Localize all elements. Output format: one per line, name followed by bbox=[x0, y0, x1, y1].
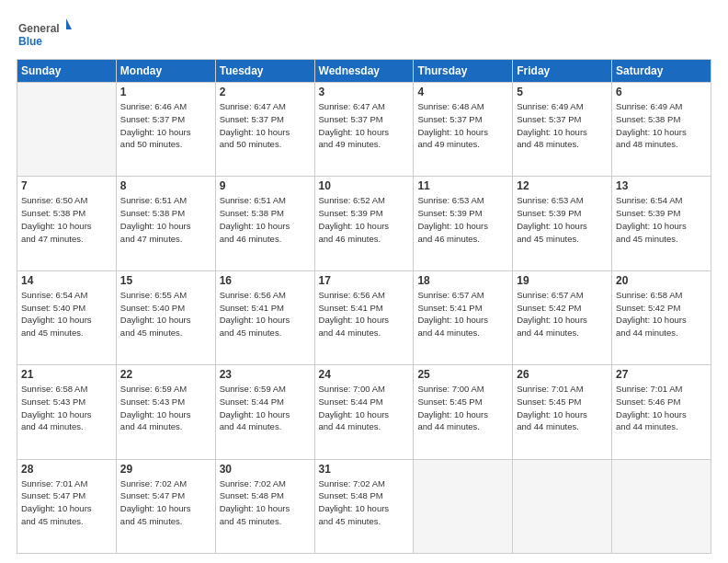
day-info: Sunrise: 6:51 AM Sunset: 5:38 PM Dayligh… bbox=[220, 194, 311, 245]
day-info: Sunrise: 6:51 AM Sunset: 5:38 PM Dayligh… bbox=[120, 194, 211, 245]
day-info: Sunrise: 7:02 AM Sunset: 5:48 PM Dayligh… bbox=[319, 477, 410, 528]
day-info: Sunrise: 6:55 AM Sunset: 5:40 PM Dayligh… bbox=[120, 289, 211, 339]
calendar-cell: 14Sunrise: 6:54 AM Sunset: 5:40 PM Dayli… bbox=[17, 270, 117, 364]
day-number: 17 bbox=[319, 274, 410, 287]
day-number: 30 bbox=[220, 463, 311, 476]
day-info: Sunrise: 6:59 AM Sunset: 5:44 PM Dayligh… bbox=[220, 383, 311, 433]
day-info: Sunrise: 6:53 AM Sunset: 5:39 PM Dayligh… bbox=[417, 194, 508, 245]
calendar-weekday-thursday: Thursday bbox=[414, 60, 513, 83]
page: General Blue SundayMondayTuesdayWednesda… bbox=[0, 0, 728, 563]
svg-text:Blue: Blue bbox=[18, 35, 42, 48]
day-info: Sunrise: 6:58 AM Sunset: 5:43 PM Dayligh… bbox=[21, 383, 112, 433]
calendar-cell: 13Sunrise: 6:54 AM Sunset: 5:39 PM Dayli… bbox=[612, 177, 711, 270]
day-number: 20 bbox=[616, 274, 707, 287]
day-number: 24 bbox=[319, 368, 410, 381]
calendar-cell: 5Sunrise: 6:49 AM Sunset: 5:37 PM Daylig… bbox=[513, 83, 612, 177]
day-number: 15 bbox=[120, 274, 211, 287]
logo: General Blue bbox=[17, 17, 72, 53]
day-info: Sunrise: 6:47 AM Sunset: 5:37 PM Dayligh… bbox=[319, 100, 410, 151]
calendar-cell: 2Sunrise: 6:47 AM Sunset: 5:37 PM Daylig… bbox=[215, 83, 314, 177]
day-number: 4 bbox=[417, 86, 508, 98]
day-number: 9 bbox=[220, 179, 311, 192]
calendar-weekday-friday: Friday bbox=[513, 60, 612, 83]
calendar-week-4: 21Sunrise: 6:58 AM Sunset: 5:43 PM Dayli… bbox=[17, 365, 711, 459]
calendar-cell bbox=[414, 459, 513, 553]
calendar-cell: 3Sunrise: 6:47 AM Sunset: 5:37 PM Daylig… bbox=[314, 83, 414, 177]
calendar-cell: 16Sunrise: 6:56 AM Sunset: 5:41 PM Dayli… bbox=[215, 270, 314, 364]
day-number: 1 bbox=[120, 86, 211, 98]
calendar-cell: 29Sunrise: 7:02 AM Sunset: 5:47 PM Dayli… bbox=[116, 459, 215, 553]
calendar-cell: 17Sunrise: 6:56 AM Sunset: 5:41 PM Dayli… bbox=[314, 270, 414, 364]
calendar-cell: 27Sunrise: 7:01 AM Sunset: 5:46 PM Dayli… bbox=[612, 365, 711, 459]
calendar-cell bbox=[17, 83, 117, 177]
day-info: Sunrise: 7:01 AM Sunset: 5:45 PM Dayligh… bbox=[517, 383, 608, 433]
day-info: Sunrise: 7:00 AM Sunset: 5:45 PM Dayligh… bbox=[417, 383, 508, 433]
calendar-cell: 18Sunrise: 6:57 AM Sunset: 5:41 PM Dayli… bbox=[414, 270, 513, 364]
calendar-header-row: SundayMondayTuesdayWednesdayThursdayFrid… bbox=[17, 60, 711, 83]
calendar-cell: 12Sunrise: 6:53 AM Sunset: 5:39 PM Dayli… bbox=[513, 177, 612, 270]
calendar-weekday-saturday: Saturday bbox=[612, 60, 711, 83]
day-info: Sunrise: 6:52 AM Sunset: 5:39 PM Dayligh… bbox=[319, 194, 410, 245]
calendar-cell: 9Sunrise: 6:51 AM Sunset: 5:38 PM Daylig… bbox=[215, 177, 314, 270]
day-number: 13 bbox=[616, 179, 707, 192]
day-info: Sunrise: 6:49 AM Sunset: 5:38 PM Dayligh… bbox=[616, 100, 707, 151]
calendar-cell: 4Sunrise: 6:48 AM Sunset: 5:37 PM Daylig… bbox=[414, 83, 513, 177]
day-info: Sunrise: 6:54 AM Sunset: 5:40 PM Dayligh… bbox=[21, 289, 112, 339]
day-info: Sunrise: 7:02 AM Sunset: 5:48 PM Dayligh… bbox=[220, 477, 311, 528]
day-info: Sunrise: 7:00 AM Sunset: 5:44 PM Dayligh… bbox=[319, 383, 410, 433]
day-number: 6 bbox=[616, 86, 707, 98]
calendar-cell: 7Sunrise: 6:50 AM Sunset: 5:38 PM Daylig… bbox=[17, 177, 117, 270]
day-number: 10 bbox=[319, 179, 410, 192]
calendar-table: SundayMondayTuesdayWednesdayThursdayFrid… bbox=[17, 59, 711, 554]
logo-svg: General Blue bbox=[17, 17, 72, 53]
svg-text:General: General bbox=[18, 22, 60, 35]
calendar-week-1: 1Sunrise: 6:46 AM Sunset: 5:37 PM Daylig… bbox=[17, 83, 711, 177]
day-info: Sunrise: 6:57 AM Sunset: 5:42 PM Dayligh… bbox=[517, 289, 608, 339]
calendar-cell: 15Sunrise: 6:55 AM Sunset: 5:40 PM Dayli… bbox=[116, 270, 215, 364]
calendar-cell: 6Sunrise: 6:49 AM Sunset: 5:38 PM Daylig… bbox=[612, 83, 711, 177]
day-number: 26 bbox=[517, 368, 608, 381]
day-number: 23 bbox=[220, 368, 311, 381]
calendar-cell: 25Sunrise: 7:00 AM Sunset: 5:45 PM Dayli… bbox=[414, 365, 513, 459]
calendar-cell: 1Sunrise: 6:46 AM Sunset: 5:37 PM Daylig… bbox=[116, 83, 215, 177]
calendar-week-5: 28Sunrise: 7:01 AM Sunset: 5:47 PM Dayli… bbox=[17, 459, 711, 553]
calendar-weekday-tuesday: Tuesday bbox=[215, 60, 314, 83]
day-number: 18 bbox=[417, 274, 508, 287]
day-info: Sunrise: 6:50 AM Sunset: 5:38 PM Dayligh… bbox=[21, 194, 112, 245]
calendar-cell: 22Sunrise: 6:59 AM Sunset: 5:43 PM Dayli… bbox=[116, 365, 215, 459]
day-number: 12 bbox=[517, 179, 608, 192]
day-info: Sunrise: 6:56 AM Sunset: 5:41 PM Dayligh… bbox=[220, 289, 311, 339]
day-info: Sunrise: 6:53 AM Sunset: 5:39 PM Dayligh… bbox=[517, 194, 608, 245]
calendar-cell bbox=[612, 459, 711, 553]
day-info: Sunrise: 6:58 AM Sunset: 5:42 PM Dayligh… bbox=[616, 289, 707, 339]
day-number: 28 bbox=[21, 463, 112, 476]
calendar-cell: 23Sunrise: 6:59 AM Sunset: 5:44 PM Dayli… bbox=[215, 365, 314, 459]
calendar-week-3: 14Sunrise: 6:54 AM Sunset: 5:40 PM Dayli… bbox=[17, 270, 711, 364]
day-info: Sunrise: 6:47 AM Sunset: 5:37 PM Dayligh… bbox=[220, 100, 311, 151]
day-info: Sunrise: 7:01 AM Sunset: 5:46 PM Dayligh… bbox=[616, 383, 707, 433]
day-info: Sunrise: 6:49 AM Sunset: 5:37 PM Dayligh… bbox=[517, 100, 608, 151]
calendar-weekday-monday: Monday bbox=[116, 60, 215, 83]
day-number: 11 bbox=[417, 179, 508, 192]
day-info: Sunrise: 7:01 AM Sunset: 5:47 PM Dayligh… bbox=[21, 477, 112, 528]
calendar-cell: 30Sunrise: 7:02 AM Sunset: 5:48 PM Dayli… bbox=[215, 459, 314, 553]
day-info: Sunrise: 7:02 AM Sunset: 5:47 PM Dayligh… bbox=[120, 477, 211, 528]
day-number: 8 bbox=[120, 179, 211, 192]
header: General Blue bbox=[17, 17, 711, 53]
calendar-cell: 11Sunrise: 6:53 AM Sunset: 5:39 PM Dayli… bbox=[414, 177, 513, 270]
calendar-cell: 26Sunrise: 7:01 AM Sunset: 5:45 PM Dayli… bbox=[513, 365, 612, 459]
day-info: Sunrise: 6:54 AM Sunset: 5:39 PM Dayligh… bbox=[616, 194, 707, 245]
calendar-cell: 20Sunrise: 6:58 AM Sunset: 5:42 PM Dayli… bbox=[612, 270, 711, 364]
calendar-cell: 28Sunrise: 7:01 AM Sunset: 5:47 PM Dayli… bbox=[17, 459, 117, 553]
day-info: Sunrise: 6:59 AM Sunset: 5:43 PM Dayligh… bbox=[120, 383, 211, 433]
day-info: Sunrise: 6:57 AM Sunset: 5:41 PM Dayligh… bbox=[417, 289, 508, 339]
day-number: 25 bbox=[417, 368, 508, 381]
calendar-cell: 8Sunrise: 6:51 AM Sunset: 5:38 PM Daylig… bbox=[116, 177, 215, 270]
day-number: 31 bbox=[319, 463, 410, 476]
calendar-cell: 10Sunrise: 6:52 AM Sunset: 5:39 PM Dayli… bbox=[314, 177, 414, 270]
calendar-week-2: 7Sunrise: 6:50 AM Sunset: 5:38 PM Daylig… bbox=[17, 177, 711, 270]
day-info: Sunrise: 6:56 AM Sunset: 5:41 PM Dayligh… bbox=[319, 289, 410, 339]
calendar-cell: 24Sunrise: 7:00 AM Sunset: 5:44 PM Dayli… bbox=[314, 365, 414, 459]
calendar-cell bbox=[513, 459, 612, 553]
day-number: 16 bbox=[220, 274, 311, 287]
